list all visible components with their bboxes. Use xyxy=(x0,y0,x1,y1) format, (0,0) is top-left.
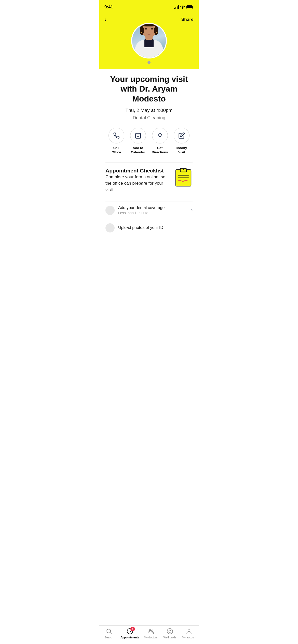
wifi-icon xyxy=(180,5,185,9)
avatar-section xyxy=(99,25,199,69)
get-directions-button[interactable]: GetDirections xyxy=(152,128,168,155)
add-calendar-button[interactable]: Add toCalendar xyxy=(130,128,146,155)
upload-id-title: Upload photos of your ID xyxy=(118,225,193,230)
calendar-icon xyxy=(135,132,141,139)
checklist-header: Appointment Checklist Complete your form… xyxy=(105,168,193,198)
checklist-item-dental-coverage[interactable]: Add your dental coverage Less than 1 min… xyxy=(105,201,193,219)
call-office-button[interactable]: CallOffice xyxy=(109,128,124,155)
svg-point-0 xyxy=(182,8,183,9)
phone-icon xyxy=(113,132,120,139)
svg-rect-3 xyxy=(136,134,141,139)
modify-visit-label: ModifyVisit xyxy=(176,146,187,155)
dental-coverage-chevron: › xyxy=(191,208,193,213)
visit-datetime: Thu, 2 May at 4:00pm xyxy=(105,108,193,113)
modify-visit-button[interactable]: ModifyVisit xyxy=(174,128,189,155)
signal-icon xyxy=(174,5,179,9)
page-indicator xyxy=(147,61,151,64)
call-office-label: CallOffice xyxy=(112,146,121,155)
status-bar: 9:41 xyxy=(99,0,199,13)
status-icons xyxy=(174,5,194,9)
share-button[interactable]: Share xyxy=(181,17,194,22)
upload-id-text: Upload photos of your ID xyxy=(118,225,193,231)
back-button[interactable]: ‹ xyxy=(104,16,106,23)
svg-point-15 xyxy=(183,168,184,170)
main-content: Your upcoming visit with Dr. Aryam Modes… xyxy=(99,69,199,163)
clipboard-illustration xyxy=(174,167,193,187)
modify-visit-circle xyxy=(174,128,189,143)
edit-icon xyxy=(178,132,185,139)
visit-title: Your upcoming visit with Dr. Aryam Modes… xyxy=(105,74,193,104)
divider xyxy=(105,162,193,163)
dental-coverage-text: Add your dental coverage Less than 1 min… xyxy=(118,206,189,215)
svg-rect-2 xyxy=(187,6,192,8)
get-directions-circle xyxy=(152,128,168,143)
checklist-section: Appointment Checklist Complete your form… xyxy=(99,168,199,236)
battery-icon xyxy=(186,5,194,9)
dental-coverage-title: Add your dental coverage xyxy=(118,206,189,210)
dental-coverage-icon-circle xyxy=(105,206,115,215)
checklist-description: Complete your forms online, so the offic… xyxy=(105,174,169,193)
get-directions-label: GetDirections xyxy=(152,146,168,155)
upload-id-icon-circle xyxy=(105,223,115,232)
add-calendar-circle xyxy=(130,128,146,143)
status-time: 9:41 xyxy=(104,5,113,10)
dental-coverage-subtitle: Less than 1 minute xyxy=(118,211,189,215)
call-office-circle xyxy=(109,128,124,143)
checklist-item-upload-id[interactable]: Upload photos of your ID xyxy=(105,219,193,236)
add-calendar-label: Add toCalendar xyxy=(131,146,145,155)
checklist-title: Appointment Checklist xyxy=(105,168,169,174)
directions-icon xyxy=(157,132,163,139)
visit-type: Dental Cleaning xyxy=(105,115,193,121)
action-row: CallOffice Add toCalendar xyxy=(105,128,193,155)
doctor-avatar xyxy=(131,23,167,58)
